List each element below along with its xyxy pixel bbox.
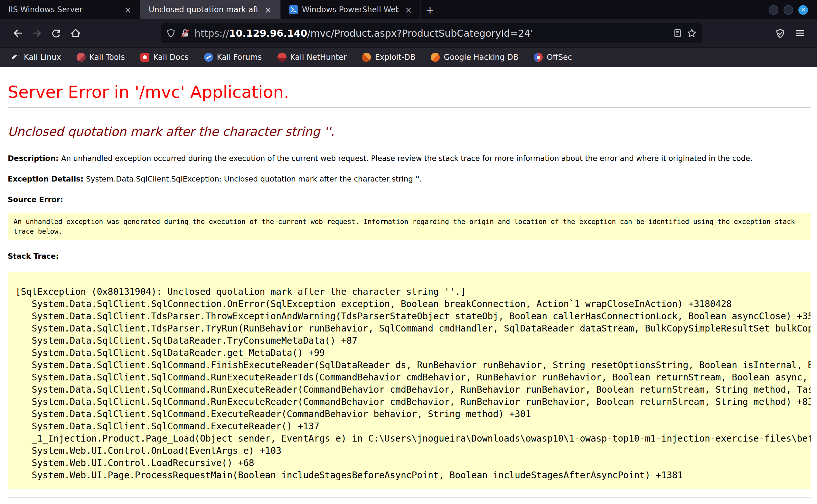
url-bar[interactable]: https://10.129.96.140/mvc/Product.aspx?P…: [161, 23, 702, 43]
tab-powershell-web[interactable]: Windows PowerShell Web Access ×: [281, 0, 421, 19]
bookmark-kali-nethunter[interactable]: Kali NetHunter: [277, 53, 347, 62]
source-error-text: An unhandled exception was generated dur…: [14, 218, 795, 235]
bookmark-label: Kali Docs: [153, 53, 189, 62]
exception-details-label: Exception Details:: [8, 174, 83, 183]
maximize-button[interactable]: [784, 5, 793, 14]
description-label: Description:: [8, 154, 59, 163]
hamburger-menu-icon[interactable]: [790, 23, 809, 43]
tab-title: Windows PowerShell Web Access: [302, 5, 399, 14]
tab-iis-windows-server[interactable]: IIS Windows Server ×: [0, 0, 140, 19]
error-subtitle: Unclosed quotation mark after the charac…: [8, 124, 811, 138]
tab-unclosed-quotation[interactable]: Unclosed quotation mark after the charac…: [140, 0, 281, 19]
google-hacking-db-icon: [431, 53, 440, 62]
bookmark-offsec[interactable]: OffSec: [534, 53, 572, 62]
home-button[interactable]: [66, 23, 85, 43]
source-error-label: Source Error:: [8, 195, 63, 204]
error-page-content: Server Error in '/mvc' Application. Uncl…: [0, 67, 817, 504]
stack-trace-label: Stack Trace:: [8, 252, 59, 261]
lock-warning-icon[interactable]: [180, 28, 190, 38]
bookmark-label: OffSec: [547, 53, 572, 62]
bookmark-google-hacking-db[interactable]: Google Hacking DB: [431, 53, 519, 62]
kali-tools-icon: [77, 53, 86, 62]
bookmark-kali-tools[interactable]: Kali Tools: [77, 53, 125, 62]
bookmark-kali-linux[interactable]: Kali Linux: [11, 53, 61, 62]
divider: [8, 498, 811, 498]
source-error-box: An unhandled exception was generated dur…: [8, 213, 811, 240]
exception-details-text: System.Data.SqlClient.SqlException: Uncl…: [86, 174, 422, 183]
description-line: Description:An unhandled exception occur…: [8, 154, 811, 163]
source-error-line: Source Error:: [8, 195, 811, 204]
powershell-favicon-icon: [289, 5, 298, 14]
tab-close-icon[interactable]: ×: [403, 4, 414, 15]
url-path: /mvc/Product.aspx?ProductSubCategoryId=2…: [307, 27, 533, 39]
exception-details-line: Exception Details:System.Data.SqlClient.…: [8, 174, 811, 183]
kali-linux-icon: [11, 53, 20, 62]
url-host: 10.129.96.140: [229, 27, 307, 39]
stack-trace-line: Stack Trace:: [8, 252, 811, 261]
bookmark-exploit-db[interactable]: Exploit-DB: [362, 53, 416, 62]
description-text: An unhandled exception occurred during t…: [61, 154, 753, 163]
new-tab-button[interactable]: +: [421, 0, 439, 19]
page-title: Server Error in '/mvc' Application.: [8, 82, 811, 102]
offsec-icon: [534, 53, 543, 62]
bookmark-star-icon[interactable]: [687, 28, 697, 38]
divider: [8, 107, 811, 107]
bookmark-label: Kali Tools: [89, 53, 125, 62]
reload-button[interactable]: [46, 23, 66, 43]
bookmark-kali-docs[interactable]: Kali Docs: [140, 53, 189, 62]
tab-close-icon[interactable]: ×: [122, 4, 133, 15]
tab-title: IIS Windows Server: [8, 5, 118, 14]
navigation-toolbar: https://10.129.96.140/mvc/Product.aspx?P…: [0, 19, 817, 48]
bookmarks-toolbar: Kali Linux Kali Tools Kali Docs Kali For…: [0, 48, 817, 67]
tracking-protection-shield-icon[interactable]: [166, 28, 176, 38]
bookmark-label: Google Hacking DB: [444, 53, 519, 62]
window-controls: ×: [769, 0, 817, 19]
bookmark-label: Kali NetHunter: [290, 53, 347, 62]
exploit-db-icon: [362, 53, 371, 62]
protections-shield-icon[interactable]: [771, 23, 790, 43]
url-scheme: https://: [194, 27, 229, 39]
stack-trace-box: [SqlException (0x80131904): Unclosed quo…: [8, 272, 811, 489]
bookmark-label: Kali Forums: [217, 53, 262, 62]
bookmark-label: Exploit-DB: [375, 53, 416, 62]
bookmark-label: Kali Linux: [24, 53, 61, 62]
minimize-button[interactable]: [769, 5, 778, 14]
kali-nethunter-icon: [277, 53, 286, 62]
tab-title: Unclosed quotation mark after the charac…: [149, 5, 259, 14]
kali-forums-icon: [204, 53, 213, 62]
back-button[interactable]: [8, 23, 27, 43]
forward-button[interactable]: [27, 23, 46, 43]
close-window-button[interactable]: ×: [798, 5, 808, 14]
kali-docs-icon: [140, 53, 149, 62]
tab-bar: IIS Windows Server × Unclosed quotation …: [0, 0, 817, 19]
reader-view-icon[interactable]: [673, 28, 682, 38]
stack-trace-text: [SqlException (0x80131904): Unclosed quo…: [15, 286, 811, 481]
url-text[interactable]: https://10.129.96.140/mvc/Product.aspx?P…: [194, 27, 668, 39]
tab-close-icon[interactable]: ×: [263, 4, 274, 15]
browser-window: IIS Windows Server × Unclosed quotation …: [0, 0, 817, 504]
bookmark-kali-forums[interactable]: Kali Forums: [204, 53, 262, 62]
